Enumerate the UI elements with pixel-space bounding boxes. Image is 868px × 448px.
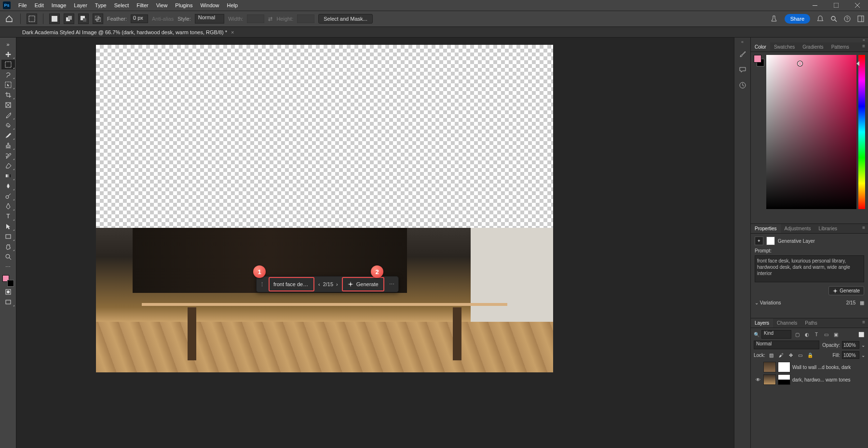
eraser-tool[interactable] (1, 161, 15, 171)
home-icon[interactable] (4, 13, 14, 24)
brushes-panel-icon[interactable] (737, 49, 748, 60)
pen-tool[interactable] (1, 201, 15, 211)
hue-slider[interactable] (858, 55, 865, 209)
comments-panel-icon[interactable] (737, 65, 748, 75)
generate-button[interactable]: Generate (342, 277, 384, 291)
saturation-field[interactable] (766, 55, 856, 209)
variations-toggle[interactable]: ⌄ Variations (755, 300, 781, 305)
object-select-tool[interactable] (1, 80, 15, 90)
menu-help[interactable]: Help (223, 1, 242, 10)
drag-handle-icon[interactable]: ⋮ (257, 281, 268, 288)
beaker-icon[interactable] (770, 15, 778, 23)
canvas-area[interactable]: 1 2 ⋮ front face desk,... ‹ 2/15 › Gener… (16, 38, 734, 448)
window-maximize[interactable] (826, 0, 847, 11)
gradient-tool[interactable] (1, 171, 15, 181)
select-and-mask-button[interactable]: Select and Mask... (318, 14, 373, 24)
tab-libraries[interactable]: Libraries (815, 224, 841, 233)
tab-adjustments[interactable]: Adjustments (781, 224, 815, 233)
layer-name[interactable]: Wall to wall ...d books, dark (792, 365, 864, 370)
filter-smart-icon[interactable]: ▣ (832, 330, 840, 338)
color-fg-bg[interactable] (754, 55, 764, 221)
filter-shape-icon[interactable]: ▭ (822, 330, 830, 338)
search-icon[interactable]: 🔍 (754, 332, 760, 337)
next-variation-icon[interactable]: › (336, 281, 338, 287)
tab-layers[interactable]: Layers (751, 318, 773, 328)
lock-transparent-icon[interactable]: ▨ (768, 352, 775, 358)
eyedropper-tool[interactable] (1, 110, 15, 120)
zoom-tool[interactable] (1, 252, 15, 262)
tab-gradients[interactable]: Gradients (799, 42, 827, 52)
window-minimize[interactable] (804, 0, 826, 11)
stamp-tool[interactable] (1, 141, 15, 150)
panel-menu-icon[interactable]: ≡ (859, 42, 868, 52)
menu-type[interactable]: Type (91, 1, 110, 10)
tab-swatches[interactable]: Swatches (770, 42, 799, 52)
layer-name[interactable]: dark, hardwo... warm tones (792, 377, 864, 382)
blend-mode-select[interactable]: Normal (754, 341, 819, 349)
panel-menu-icon[interactable]: ≡ (859, 224, 868, 233)
menu-select[interactable]: Select (110, 1, 133, 10)
brightness-arrow-icon[interactable] (856, 61, 859, 66)
frame-tool[interactable] (1, 100, 15, 110)
window-close[interactable] (847, 0, 868, 11)
lock-paint-icon[interactable]: 🖌 (778, 352, 785, 358)
move-tool[interactable] (1, 50, 15, 59)
document-canvas[interactable] (96, 45, 553, 372)
healing-tool[interactable] (1, 120, 15, 130)
lock-artboard-icon[interactable]: ▭ (797, 352, 804, 358)
quick-mask-icon[interactable] (1, 287, 15, 297)
crop-tool[interactable] (1, 90, 15, 100)
history-panel-icon[interactable] (737, 80, 748, 91)
lock-all-icon[interactable]: 🔒 (807, 352, 814, 358)
marquee-tool[interactable] (1, 60, 15, 69)
menu-plugins[interactable]: Plugins (171, 1, 196, 10)
color-cursor[interactable] (798, 61, 802, 66)
help-icon[interactable]: ? (844, 15, 851, 22)
filter-type-icon[interactable]: T (813, 330, 820, 338)
screen-mode-icon[interactable] (1, 297, 15, 307)
blur-tool[interactable] (1, 181, 15, 191)
layer-row[interactable]: 👁 dark, hardwo... warm tones (754, 373, 865, 386)
menu-edit[interactable]: Edit (31, 1, 48, 10)
share-button[interactable]: Share (785, 14, 810, 24)
opacity-chevron-icon[interactable]: ⌄ (861, 343, 865, 348)
brush-tool[interactable] (1, 131, 15, 140)
filter-image-icon[interactable]: ▢ (793, 330, 801, 338)
fill-chevron-icon[interactable]: ⌄ (861, 353, 865, 358)
menu-window[interactable]: Window (196, 1, 223, 10)
prev-variation-icon[interactable]: ‹ (318, 281, 320, 287)
workspace-icon[interactable] (857, 15, 864, 22)
color-swatches[interactable] (2, 275, 14, 287)
marquee-tool-preset[interactable] (27, 13, 37, 24)
layer-mask-thumb[interactable] (778, 374, 790, 385)
layer-kind-select[interactable]: Kind (761, 330, 791, 339)
subtract-selection-icon[interactable] (78, 13, 89, 24)
tab-channels[interactable]: Channels (773, 318, 801, 328)
fill-input[interactable] (842, 351, 859, 359)
rectangle-tool[interactable] (1, 232, 15, 241)
visibility-toggle[interactable]: 👁 (755, 377, 761, 382)
tab-paths[interactable]: Paths (801, 318, 821, 328)
intersect-selection-icon[interactable] (93, 13, 103, 24)
menu-view[interactable]: View (152, 1, 172, 10)
search-icon[interactable] (830, 15, 837, 22)
menu-file[interactable]: File (14, 1, 31, 10)
new-selection-icon[interactable] (49, 13, 60, 24)
type-tool[interactable]: T (1, 211, 15, 221)
style-select[interactable]: Normal (195, 14, 224, 24)
properties-generate-button[interactable]: Generate (828, 286, 864, 295)
dodge-tool[interactable] (1, 191, 15, 201)
prompt-textarea[interactable]: front face desk, luxurious personal libr… (755, 255, 864, 282)
tab-color[interactable]: Color (751, 42, 770, 52)
edit-toolbar[interactable]: ⋯ (1, 262, 15, 272)
filter-toggle-icon[interactable]: ⬜ (857, 330, 865, 338)
history-brush-tool[interactable] (1, 151, 15, 160)
more-options-icon[interactable]: ⋯ (385, 281, 398, 288)
filter-adjust-icon[interactable]: ◐ (803, 330, 811, 338)
collapse-toolbox-icon[interactable]: » (1, 40, 15, 49)
menu-image[interactable]: Image (48, 1, 70, 10)
tab-patterns[interactable]: Patterns (827, 42, 853, 52)
menu-layer[interactable]: Layer (70, 1, 91, 10)
generative-prompt-input[interactable]: front face desk,... (269, 277, 314, 291)
variations-grid-icon[interactable]: ▦ (860, 300, 864, 305)
